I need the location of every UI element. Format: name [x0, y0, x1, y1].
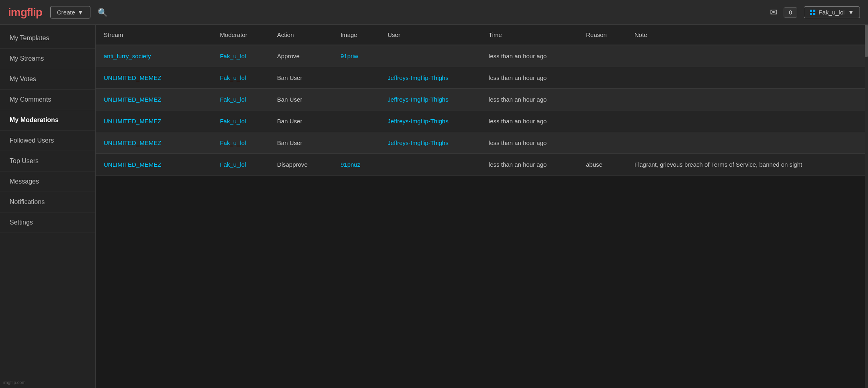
- logo[interactable]: imgflip: [8, 6, 42, 19]
- cell-time: less than an hour ago: [481, 67, 578, 89]
- scrollbar-track[interactable]: [865, 25, 868, 388]
- cell-stream-link[interactable]: UNLIMITED_MEMEZ: [104, 161, 161, 168]
- sidebar-label-my-moderations: My Moderations: [10, 116, 59, 123]
- cell-time-text: less than an hour ago: [489, 139, 547, 146]
- cell-moderator: Fak_u_lol: [212, 132, 269, 154]
- cell-stream-link[interactable]: UNLIMITED_MEMEZ: [104, 118, 161, 125]
- moderations-table: Stream Moderator Action Image User: [96, 25, 868, 176]
- cell-image: [332, 110, 379, 132]
- sidebar-item-my-moderations[interactable]: My Moderations: [0, 110, 95, 131]
- sidebar-label-settings: Settings: [10, 219, 33, 226]
- cell-note: Flagrant, grievous breach of Terms of Se…: [626, 154, 868, 176]
- cell-time: less than an hour ago: [481, 89, 578, 110]
- sidebar-label-my-streams: My Streams: [10, 55, 44, 62]
- cell-action: Ban User: [269, 89, 333, 110]
- create-button[interactable]: Create ▼: [50, 6, 90, 18]
- cell-user-link[interactable]: Jeffreys-Imgflip-Thighs: [388, 139, 448, 146]
- sidebar-item-my-votes[interactable]: My Votes: [0, 69, 95, 90]
- col-header-image: Image: [332, 25, 379, 45]
- cell-time-text: less than an hour ago: [489, 161, 547, 168]
- cell-stream-link[interactable]: anti_furry_society: [104, 53, 151, 59]
- cell-action: Approve: [269, 45, 333, 67]
- cell-stream: UNLIMITED_MEMEZ: [96, 67, 212, 89]
- table-row: UNLIMITED_MEMEZFak_u_lolDisapprove91pnuz…: [96, 154, 868, 176]
- sidebar-footer: imgflip.com: [3, 380, 26, 385]
- cell-action: Ban User: [269, 67, 333, 89]
- cell-user-link[interactable]: Jeffreys-Imgflip-Thighs: [388, 74, 448, 81]
- cell-note: [626, 67, 868, 89]
- search-icon[interactable]: 🔍: [98, 8, 108, 17]
- cell-action: Disapprove: [269, 154, 333, 176]
- cell-image: 91priw: [332, 45, 379, 67]
- user-arrow-icon: ▼: [848, 9, 854, 16]
- app-header: imgflip Create ▼ 🔍 ✉ 0 Fak_u_lol ▼: [0, 0, 868, 25]
- user-menu-button[interactable]: Fak_u_lol ▼: [804, 6, 860, 18]
- cell-image-link[interactable]: 91pnuz: [340, 161, 360, 168]
- sidebar-label-my-templates: My Templates: [10, 35, 49, 41]
- cell-user-link[interactable]: Jeffreys-Imgflip-Thighs: [388, 118, 448, 125]
- cell-stream: UNLIMITED_MEMEZ: [96, 110, 212, 132]
- cell-moderator-link[interactable]: Fak_u_lol: [220, 53, 246, 59]
- cell-stream-link[interactable]: UNLIMITED_MEMEZ: [104, 96, 161, 103]
- mail-icon[interactable]: ✉: [770, 7, 777, 18]
- cell-image: [332, 132, 379, 154]
- scrollbar-thumb[interactable]: [865, 25, 868, 57]
- cell-user: Jeffreys-Imgflip-Thighs: [380, 132, 481, 154]
- cell-reason: [578, 67, 626, 89]
- sidebar-item-settings[interactable]: Settings: [0, 212, 95, 233]
- cell-stream-link[interactable]: UNLIMITED_MEMEZ: [104, 139, 161, 146]
- cell-reason-text: abuse: [586, 161, 602, 168]
- cell-stream-link[interactable]: UNLIMITED_MEMEZ: [104, 74, 161, 81]
- sidebar-label-notifications: Notifications: [10, 198, 45, 205]
- cell-user: Jeffreys-Imgflip-Thighs: [380, 110, 481, 132]
- col-header-time: Time: [481, 25, 578, 45]
- cell-moderator: Fak_u_lol: [212, 67, 269, 89]
- sidebar-label-top-users: Top Users: [10, 157, 39, 164]
- cell-reason: [578, 45, 626, 67]
- username-label: Fak_u_lol: [819, 9, 845, 16]
- cell-user: [380, 45, 481, 67]
- sidebar-item-my-comments[interactable]: My Comments: [0, 90, 95, 110]
- cell-moderator: Fak_u_lol: [212, 110, 269, 132]
- cell-user: Jeffreys-Imgflip-Thighs: [380, 67, 481, 89]
- table-header-row: Stream Moderator Action Image User: [96, 25, 868, 45]
- cell-user: [380, 154, 481, 176]
- sidebar-item-top-users[interactable]: Top Users: [0, 151, 95, 172]
- cell-moderator-link[interactable]: Fak_u_lol: [220, 118, 246, 125]
- sidebar-item-messages[interactable]: Messages: [0, 172, 95, 192]
- cell-moderator-link[interactable]: Fak_u_lol: [220, 96, 246, 103]
- cell-moderator-link[interactable]: Fak_u_lol: [220, 139, 246, 146]
- header-right: ✉ 0 Fak_u_lol ▼: [770, 6, 860, 18]
- col-header-action: Action: [269, 25, 333, 45]
- sidebar-item-followed-users[interactable]: Followed Users: [0, 131, 95, 151]
- cell-stream: UNLIMITED_MEMEZ: [96, 132, 212, 154]
- main-content: Stream Moderator Action Image User: [96, 25, 868, 388]
- sidebar-label-my-votes: My Votes: [10, 76, 36, 82]
- sidebar-label-messages: Messages: [10, 178, 39, 185]
- user-grid-icon: [810, 10, 815, 15]
- cell-user: Jeffreys-Imgflip-Thighs: [380, 89, 481, 110]
- cell-stream: UNLIMITED_MEMEZ: [96, 89, 212, 110]
- cell-image-link[interactable]: 91priw: [340, 53, 358, 59]
- sidebar-label-followed-users: Followed Users: [10, 137, 54, 144]
- table-row: UNLIMITED_MEMEZFak_u_lolBan UserJeffreys…: [96, 89, 868, 110]
- sidebar-item-my-templates[interactable]: My Templates: [0, 28, 95, 49]
- cell-moderator-link[interactable]: Fak_u_lol: [220, 161, 246, 168]
- cell-note: [626, 45, 868, 67]
- notification-count[interactable]: 0: [784, 7, 797, 18]
- sidebar-item-notifications[interactable]: Notifications: [0, 192, 95, 212]
- cell-note: [626, 89, 868, 110]
- logo-img: img: [8, 6, 27, 18]
- logo-flip: flip: [27, 6, 42, 18]
- sidebar: My Templates My Streams My Votes My Comm…: [0, 25, 96, 388]
- sidebar-item-my-streams[interactable]: My Streams: [0, 49, 95, 69]
- cell-time-text: less than an hour ago: [489, 118, 547, 125]
- cell-image: [332, 67, 379, 89]
- cell-moderator: Fak_u_lol: [212, 89, 269, 110]
- cell-user-link[interactable]: Jeffreys-Imgflip-Thighs: [388, 96, 448, 103]
- table-row: UNLIMITED_MEMEZFak_u_lolBan UserJeffreys…: [96, 110, 868, 132]
- cell-action-text: Disapprove: [277, 161, 308, 168]
- cell-action: Ban User: [269, 132, 333, 154]
- cell-reason: [578, 110, 626, 132]
- cell-moderator-link[interactable]: Fak_u_lol: [220, 74, 246, 81]
